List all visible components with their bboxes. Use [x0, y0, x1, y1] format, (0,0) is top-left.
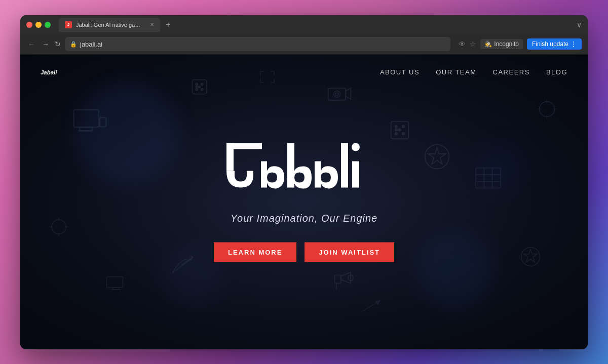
title-bar: J Jabali: Gen AI native game e... ✕ + ∨ [20, 15, 588, 34]
reload-button[interactable]: ↻ [55, 40, 61, 48]
finish-update-chevron: ⋮ [571, 41, 577, 48]
svg-point-41 [402, 125, 405, 128]
svg-point-23 [335, 93, 338, 95]
svg-rect-55 [226, 143, 234, 171]
url-bar[interactable]: 🔒 jabali.ai [65, 37, 450, 51]
hero-logo: @font-face {} [214, 142, 394, 202]
site-nav: Jabali ABOUT US OUR TEAM CAREERS BLOG [20, 55, 588, 90]
nav-our-team[interactable]: OUR TEAM [436, 68, 476, 76]
browser-window: J Jabali: Gen AI native game e... ✕ + ∨ … [20, 15, 588, 349]
website-content: Jabali ABOUT US OUR TEAM CAREERS BLOG @f… [20, 55, 588, 349]
svg-rect-36 [335, 275, 341, 283]
finish-update-label: Finish update [532, 41, 568, 48]
minimize-button[interactable] [35, 22, 42, 28]
close-button[interactable] [26, 22, 32, 28]
tab-favicon-icon: J [65, 21, 72, 28]
hero-tagline: Your Imagination, Our Engine [214, 212, 394, 224]
tab-title: Jabali: Gen AI native game e... [76, 22, 144, 28]
bookmark-icon[interactable]: ☆ [470, 40, 476, 48]
incognito-label: Incognito [494, 41, 519, 48]
svg-rect-0 [73, 110, 99, 127]
svg-marker-25 [428, 147, 446, 164]
eye-off-icon[interactable]: 👁 [459, 40, 466, 48]
incognito-icon: 🕵 [484, 41, 492, 48]
nav-blog[interactable]: BLOG [546, 68, 567, 76]
nav-careers[interactable]: CAREERS [493, 68, 530, 76]
svg-point-43 [402, 132, 405, 135]
url-text: jabali.ai [80, 41, 102, 48]
hero-content: @font-face {} [214, 142, 394, 262]
tab-bar-collapse[interactable]: ∨ [577, 21, 582, 29]
svg-rect-26 [476, 168, 501, 188]
svg-point-40 [395, 125, 398, 128]
join-waitlist-button[interactable]: JOIN WAITLIST [305, 242, 394, 262]
svg-point-46 [540, 101, 555, 116]
maximize-button[interactable] [45, 22, 51, 28]
address-bar-actions: 👁 ☆ [459, 40, 476, 48]
jabali-logo-svg: @font-face {} [225, 142, 383, 200]
svg-marker-32 [523, 250, 537, 262]
svg-point-58 [352, 143, 360, 151]
nav-about-us[interactable]: ABOUT US [380, 68, 420, 76]
svg-line-12 [190, 256, 193, 257]
svg-point-4 [52, 220, 66, 234]
traffic-lights [26, 22, 51, 28]
svg-rect-59 [352, 161, 359, 187]
new-tab-button[interactable]: + [162, 19, 174, 31]
svg-point-42 [395, 132, 398, 135]
svg-point-45 [395, 129, 398, 131]
svg-rect-3 [100, 118, 106, 127]
svg-marker-52 [375, 300, 379, 304]
incognito-indicator: 🕵 Incognito [480, 39, 523, 49]
back-button[interactable]: ← [26, 40, 36, 48]
finish-update-button[interactable]: Finish update ⋮ [527, 38, 582, 50]
address-bar: ← → ↻ 🔒 jabali.ai 👁 ☆ 🕵 Incognito Finish… [20, 34, 588, 55]
site-logo[interactable]: Jabali [41, 65, 59, 79]
tab-close-icon[interactable]: ✕ [150, 22, 154, 27]
tab-bar: J Jabali: Gen AI native game e... ✕ + ∨ [59, 18, 582, 32]
svg-rect-33 [107, 277, 123, 288]
hero-buttons: LEARN MORE JOIN WAITLIST [214, 242, 394, 262]
svg-point-22 [333, 91, 340, 97]
svg-rect-57 [341, 143, 348, 187]
svg-point-44 [398, 129, 401, 131]
svg-rect-56 [287, 143, 294, 187]
lock-icon: 🔒 [70, 41, 77, 48]
nav-links: ABOUT US OUR TEAM CAREERS BLOG [380, 68, 567, 76]
browser-tab[interactable]: J Jabali: Gen AI native game e... ✕ [59, 18, 160, 32]
svg-text:Jabali: Jabali [41, 69, 57, 75]
forward-button[interactable]: → [41, 40, 51, 48]
learn-more-button[interactable]: LEARN MORE [214, 242, 296, 262]
